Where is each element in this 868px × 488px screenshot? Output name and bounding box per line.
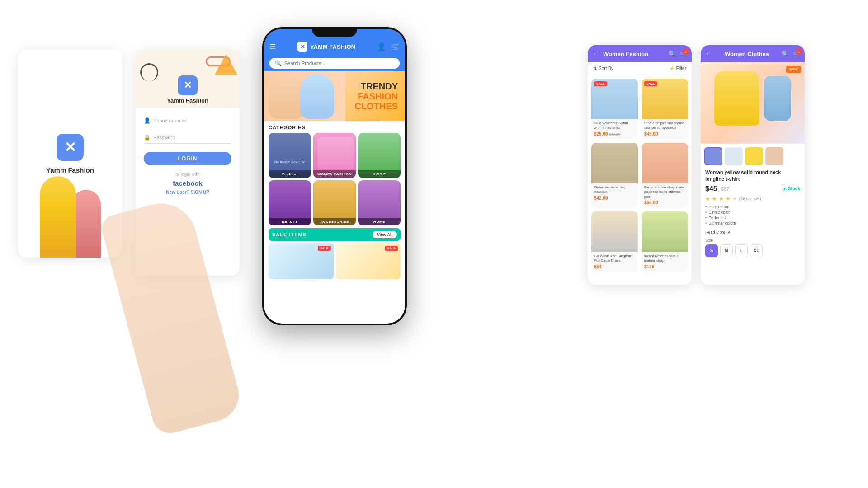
view-all-button[interactable]: View All bbox=[373, 231, 397, 238]
wf-product-info-6: luxury watches with a leather strap $125 bbox=[642, 252, 688, 272]
wc-stars: ★ ★ ★ ★ ★ (4k reviews) bbox=[701, 195, 805, 203]
size-buttons: S M L XL bbox=[705, 244, 800, 257]
read-more-button[interactable]: Read More ∨ bbox=[701, 228, 805, 236]
sale-item-1[interactable]: SALE bbox=[269, 243, 334, 279]
login-button[interactable]: LOGIN bbox=[144, 152, 231, 165]
wc-back-icon[interactable]: ← bbox=[705, 50, 712, 58]
wc-thumb-1[interactable] bbox=[704, 147, 722, 165]
women-clothes-screen: ← Women Clothes 🔍 🛒 1 NEW Woman yellow s… bbox=[701, 45, 805, 285]
size-btn-m[interactable]: M bbox=[720, 244, 733, 257]
wc-thumb-4[interactable] bbox=[765, 147, 783, 165]
search-inner[interactable]: 🔍 bbox=[269, 58, 400, 69]
phone-field: 👤 Phone or email bbox=[144, 115, 231, 127]
wf-product-6[interactable]: luxury watches with a leather strap $125 bbox=[642, 211, 688, 272]
cat-home-label: HOME bbox=[358, 218, 401, 225]
size-btn-l[interactable]: L bbox=[735, 244, 748, 257]
wf-product-price-2: $45.00 bbox=[644, 131, 685, 136]
phone-notch bbox=[312, 27, 357, 37]
password-placeholder: Password bbox=[153, 135, 175, 140]
cart-icon-wrapper[interactable]: 🛒 bbox=[391, 42, 400, 51]
facebook-login[interactable]: facebook bbox=[144, 179, 231, 187]
wf-product-img-5 bbox=[591, 211, 638, 252]
wf-product-price-3: $42.00 bbox=[594, 196, 635, 201]
category-fashion[interactable]: No Image available Fashion bbox=[269, 133, 311, 178]
sale-badge-2: SALE bbox=[385, 246, 398, 251]
wf-product-2[interactable]: SALE Ethnic empire lino styling fashion … bbox=[642, 79, 688, 139]
wc-price: $45 bbox=[705, 185, 717, 193]
category-home[interactable]: HOME bbox=[358, 180, 401, 225]
or-text: or login with bbox=[144, 172, 231, 177]
wc-features: Pure cotton Ethnic color Perfect fit Sum… bbox=[701, 203, 805, 228]
user-icon[interactable]: 👤 bbox=[377, 42, 386, 51]
wc-header-icons: 🔍 🛒 1 bbox=[781, 50, 800, 57]
login-top-decoration: ✕ Yamm Fashion bbox=[136, 50, 240, 108]
category-kids[interactable]: KIDS F bbox=[358, 133, 401, 178]
wf-product-info-5: Go West' Red Gingham Full Circle Dress $… bbox=[591, 252, 638, 272]
wc-search-icon[interactable]: 🔍 bbox=[781, 50, 789, 57]
cat-women-label: WOMEN FASHION bbox=[313, 170, 356, 178]
decor-triangle bbox=[215, 54, 237, 75]
splash-model-figures bbox=[18, 158, 122, 258]
hero-banner: TRENDY FASHION CLOTHES bbox=[264, 71, 405, 121]
wf-product-name-6: luxury watches with a leather strap bbox=[644, 254, 685, 263]
wc-thumb-2[interactable] bbox=[725, 147, 743, 165]
categories-grid: No Image available Fashion WOMEN FASHION… bbox=[269, 133, 401, 225]
login-logo-area: ✕ Yamm Fashion bbox=[167, 75, 208, 104]
banner-line2: FASHION bbox=[354, 91, 398, 101]
cart-icon[interactable]: 🛒 bbox=[391, 42, 400, 51]
search-input[interactable] bbox=[284, 61, 394, 66]
categories-title: CATEGORIES bbox=[269, 125, 401, 130]
wf-product-img-3 bbox=[591, 143, 638, 183]
wf-product-5[interactable]: Go West' Red Gingham Full Circle Dress $… bbox=[591, 211, 638, 272]
wf-product-name-5: Go West' Red Gingham Full Circle Dress bbox=[594, 254, 635, 263]
figure-yellow bbox=[40, 176, 76, 258]
wf-product-4[interactable]: Elegant ankle strap nude peep toe bone s… bbox=[642, 143, 688, 208]
categories-section: CATEGORIES No Image available Fashion WO… bbox=[264, 121, 405, 225]
wf-filter-bar: ⇅ Sort By ⚡ Filter bbox=[588, 62, 692, 75]
search-icon: 🔍 bbox=[275, 60, 282, 66]
star-5: ★ bbox=[732, 196, 737, 202]
wf-back-icon[interactable]: ← bbox=[592, 50, 599, 58]
banner-line3: CLOTHES bbox=[354, 101, 398, 111]
wf-product-price-1: $25.00 $42.00 bbox=[594, 131, 635, 136]
category-accessories[interactable]: ACCESSORIES bbox=[313, 180, 356, 225]
size-section: Size S M L XL bbox=[701, 236, 805, 259]
size-label: Size bbox=[705, 238, 800, 243]
size-btn-s[interactable]: S bbox=[705, 244, 718, 257]
sort-by-button[interactable]: ⇅ Sort By bbox=[593, 66, 613, 71]
sale-title: SALE ITEMS bbox=[272, 232, 307, 237]
wf-header: ← Women Fashion 🔍 🛒 1 bbox=[588, 45, 692, 62]
wf-product-name-3: Green womens bag isolated bbox=[594, 185, 635, 195]
wf-product-img-4 bbox=[642, 143, 688, 183]
wc-thumb-3[interactable] bbox=[745, 147, 763, 165]
wf-product-img-2: SALE bbox=[642, 79, 688, 119]
signup-link[interactable]: SIGN UP bbox=[191, 190, 209, 195]
banner-text: TRENDY FASHION CLOTHES bbox=[354, 81, 398, 111]
wf-product-info-3: Green womens bag isolated $42.00 bbox=[591, 183, 638, 203]
star-2: ★ bbox=[712, 196, 717, 202]
cat-accessories-label: ACCESSORIES bbox=[313, 218, 356, 225]
wf-product-price-6: $125 bbox=[644, 264, 685, 269]
wf-cart-icon-wrapper[interactable]: 🛒 1 bbox=[679, 50, 687, 57]
wf-product-price-5: $54 bbox=[594, 264, 635, 269]
wf-product-1[interactable]: SALE Blue Women's T-shirt with rhineston… bbox=[591, 79, 638, 139]
wf-search-icon[interactable]: 🔍 bbox=[668, 50, 676, 57]
size-btn-xl[interactable]: XL bbox=[750, 244, 763, 257]
wf-product-3[interactable]: Green womens bag isolated $42.00 bbox=[591, 143, 638, 208]
login-logo-icon: ✕ bbox=[178, 75, 198, 95]
sale-item-2[interactable]: SALE bbox=[336, 243, 401, 279]
wc-price-row: $45 $87 In Stock bbox=[701, 183, 805, 195]
password-field: 🔒 Password bbox=[144, 131, 231, 144]
decor-headphone bbox=[140, 63, 158, 81]
women-fashion-screen: ← Women Fashion 🔍 🛒 1 ⇅ Sort By ⚡ Filter… bbox=[588, 45, 692, 285]
cat-beauty-label: BEAUTY bbox=[269, 218, 311, 225]
category-beauty[interactable]: BEAUTY bbox=[269, 180, 311, 225]
hamburger-icon[interactable]: ☰ bbox=[269, 42, 276, 51]
splash-screen-1: ✕ Yamm Fashion bbox=[18, 50, 122, 258]
wf-product-img-1: SALE bbox=[591, 79, 638, 119]
wc-cart-icon-wrapper[interactable]: 🛒 1 bbox=[793, 50, 800, 57]
wc-old-price: $87 bbox=[721, 186, 729, 192]
category-women[interactable]: WOMEN FASHION bbox=[313, 133, 356, 178]
filter-button[interactable]: ⚡ Filter bbox=[669, 66, 686, 71]
wc-title: Women Clothes bbox=[725, 51, 769, 57]
